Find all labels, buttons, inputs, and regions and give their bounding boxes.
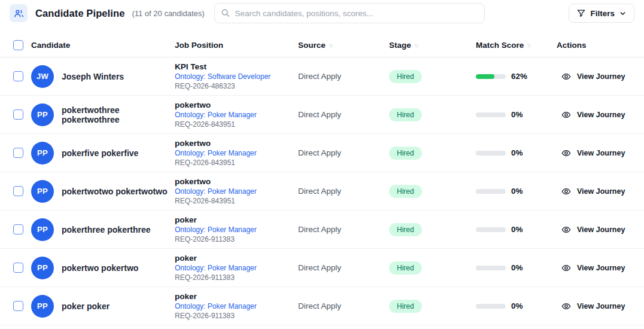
table-row: PP pokerthree pokerthree poker Ontology:… xyxy=(0,211,644,249)
stage-badge: Hired xyxy=(389,261,422,275)
filters-button[interactable]: Filters xyxy=(569,4,634,23)
view-journey-label: View Journey xyxy=(577,226,625,234)
table-row: PP pokertwo pokertwo poker Ontology: Pok… xyxy=(0,249,644,287)
table-row: PP pokertwothree pokertwothree pokertwo … xyxy=(0,96,644,134)
ontology-link[interactable]: Ontology: Poker Manager xyxy=(175,149,298,157)
source-label: Direct Apply xyxy=(298,110,389,119)
page-title: Candidate Pipeline xyxy=(35,8,124,19)
ontology-link[interactable]: Ontology: Poker Manager xyxy=(175,187,298,196)
stage-badge: Hired xyxy=(389,70,422,83)
search-container xyxy=(214,3,485,23)
select-all-checkbox[interactable] xyxy=(13,40,23,50)
match-progress-track xyxy=(476,74,506,79)
candidate-name: pokertwo pokertwo xyxy=(62,263,138,273)
source-label: Direct Apply xyxy=(298,187,389,196)
candidate-name: pokerfive pokerfive xyxy=(62,148,138,158)
ontology-link[interactable]: Ontology: Poker Manager xyxy=(175,226,298,234)
stage-badge: Hired xyxy=(389,300,422,313)
table-row: PP poker poker poker Ontology: Poker Man… xyxy=(0,287,644,325)
stage-badge: Hired xyxy=(389,147,422,160)
match-score-value: 0% xyxy=(511,110,523,119)
column-header-source[interactable]: Source ↑↓ xyxy=(298,41,389,50)
requisition-id: REQ-2026-911383 xyxy=(175,312,298,320)
job-title: poker xyxy=(175,254,298,263)
sort-icon[interactable]: ↑↓ xyxy=(414,42,419,48)
source-label: Direct Apply xyxy=(298,301,389,310)
source-label: Direct Apply xyxy=(298,72,389,81)
avatar: PP xyxy=(31,218,54,241)
stage-badge: Hired xyxy=(389,108,422,121)
pipeline-icon-box xyxy=(10,4,28,22)
column-header-stage[interactable]: Stage ↑↓ xyxy=(389,41,476,50)
candidate-name: poker poker xyxy=(62,301,110,311)
avatar: PP xyxy=(31,180,54,203)
ontology-link[interactable]: Ontology: Software Developer xyxy=(175,72,298,81)
row-checkbox[interactable] xyxy=(13,301,23,311)
row-checkbox[interactable] xyxy=(13,71,23,81)
ontology-link[interactable]: Ontology: Poker Manager xyxy=(175,264,298,272)
filters-label: Filters xyxy=(590,9,615,18)
eye-icon xyxy=(561,72,571,81)
search-input[interactable] xyxy=(214,3,485,23)
source-label: Direct Apply xyxy=(298,148,389,157)
view-journey-button[interactable]: View Journey xyxy=(561,301,625,311)
eye-icon xyxy=(561,225,571,234)
view-journey-button[interactable]: View Journey xyxy=(561,225,625,234)
requisition-id: REQ-2026-843951 xyxy=(175,197,298,205)
search-icon xyxy=(221,8,230,17)
view-journey-button[interactable]: View Journey xyxy=(561,263,625,273)
ontology-link[interactable]: Ontology: Poker Manager xyxy=(175,111,298,119)
requisition-id: REQ-2026-486323 xyxy=(175,82,298,90)
match-score-value: 0% xyxy=(511,148,523,157)
stage-badge: Hired xyxy=(389,185,422,198)
column-header-job-position[interactable]: Job Position xyxy=(175,41,298,50)
match-progress-track xyxy=(476,266,506,270)
row-checkbox[interactable] xyxy=(13,224,23,234)
eye-icon xyxy=(561,187,571,196)
eye-icon xyxy=(561,110,571,120)
row-checkbox[interactable] xyxy=(13,148,23,158)
match-progress-track xyxy=(476,112,506,117)
ontology-link[interactable]: Ontology: Poker Manager xyxy=(175,302,298,310)
job-title: poker xyxy=(175,215,298,224)
eye-icon xyxy=(561,148,571,158)
row-checkbox[interactable] xyxy=(13,186,23,196)
column-header-match-score[interactable]: Match Score ↑↓ xyxy=(476,41,557,50)
view-journey-button[interactable]: View Journey xyxy=(561,148,625,158)
match-score-value: 0% xyxy=(511,187,523,196)
requisition-id: REQ-2026-843951 xyxy=(175,120,298,129)
candidate-name: pokertwothree pokertwothree xyxy=(62,105,175,124)
match-score-value: 62% xyxy=(511,72,527,81)
view-journey-label: View Journey xyxy=(577,149,625,157)
candidate-name: pokerthree pokerthree xyxy=(62,225,151,234)
match-progress-fill xyxy=(476,74,494,79)
source-label: Direct Apply xyxy=(298,263,389,272)
match-progress-track xyxy=(476,151,506,156)
sort-icon[interactable]: ↑↓ xyxy=(527,42,531,48)
requisition-id: REQ-2026-911383 xyxy=(175,273,298,282)
view-journey-label: View Journey xyxy=(577,72,625,81)
eye-icon xyxy=(561,301,571,311)
job-title: poker xyxy=(175,292,298,301)
source-label: Direct Apply xyxy=(298,225,389,234)
candidate-name: Joseph Winters xyxy=(62,72,124,81)
table-row: PP pokerfive pokerfive pokertwo Ontology… xyxy=(0,134,644,172)
stage-badge: Hired xyxy=(389,223,422,236)
requisition-id: REQ-2026-911383 xyxy=(175,235,298,243)
view-journey-button[interactable]: View Journey xyxy=(561,72,625,81)
row-checkbox[interactable] xyxy=(13,109,23,120)
funnel-icon xyxy=(577,9,585,17)
candidate-name: pokertwotwo pokertwotwo xyxy=(62,187,168,196)
column-header-candidate[interactable]: Candidate xyxy=(31,41,175,50)
match-score-value: 0% xyxy=(511,263,523,272)
job-title: pokertwo xyxy=(175,100,298,109)
match-score-value: 0% xyxy=(511,225,523,234)
avatar: PP xyxy=(31,295,54,318)
row-checkbox[interactable] xyxy=(13,263,23,273)
avatar: JW xyxy=(31,65,54,88)
view-journey-button[interactable]: View Journey xyxy=(561,187,625,196)
view-journey-button[interactable]: View Journey xyxy=(561,110,625,120)
column-header-actions: Actions xyxy=(557,41,644,50)
sort-icon[interactable]: ↑↓ xyxy=(329,42,333,48)
view-journey-label: View Journey xyxy=(577,302,625,310)
